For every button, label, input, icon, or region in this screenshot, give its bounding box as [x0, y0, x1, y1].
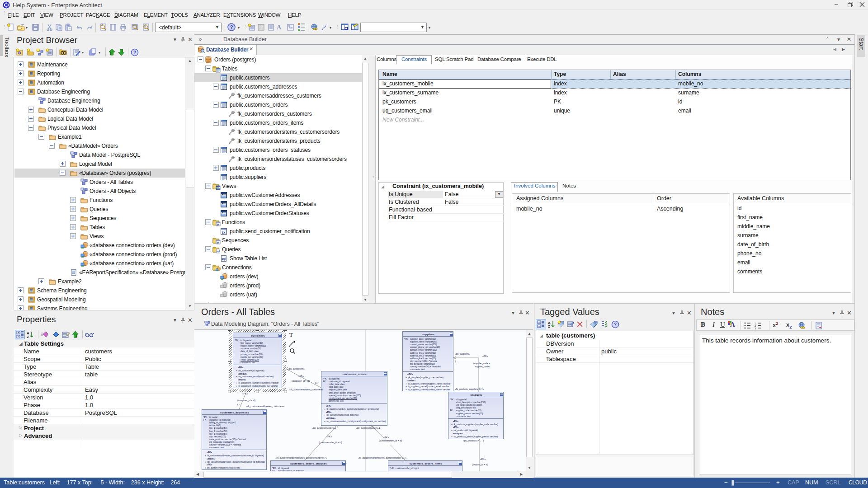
svg-text:Z: Z [548, 324, 550, 328]
svg-text:Z: Z [27, 335, 29, 338]
svg-text:?: ? [133, 50, 136, 55]
svg-text:?: ? [230, 24, 233, 30]
svg-text:3: 3 [755, 327, 756, 330]
svg-text:?: ? [614, 322, 617, 327]
